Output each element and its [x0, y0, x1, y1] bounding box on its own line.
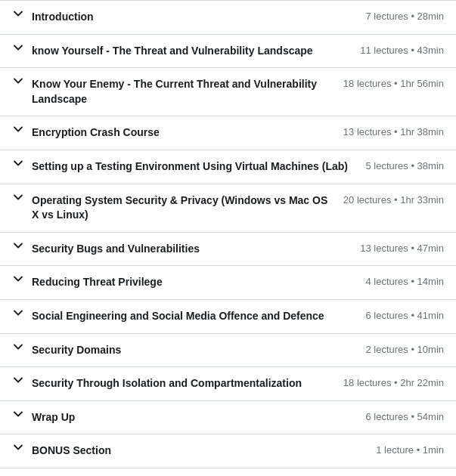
section-item-bonus-section[interactable]: BONUS Section1 lecture • 1min [0, 434, 456, 468]
section-title: know Yourself - The Threat and Vulnerabi… [32, 44, 313, 59]
chevron-down-icon [12, 344, 24, 350]
section-item-os-security[interactable]: Operating System Security & Privacy (Win… [0, 184, 456, 233]
section-title: Introduction [32, 10, 94, 25]
chevron-down-icon [12, 444, 24, 450]
section-meta: 11 lectures • 43min [360, 44, 444, 56]
section-meta: 1 lecture • 1min [376, 444, 444, 456]
section-meta: 6 lectures • 54min [365, 410, 444, 422]
chevron-down-icon [12, 11, 24, 17]
section-meta: 20 lectures • 1hr 33min [343, 193, 444, 206]
section-item-know-yourself[interactable]: know Yourself - The Threat and Vulnerabi… [0, 35, 456, 69]
section-item-security-domains[interactable]: Security Domains2 lectures • 10min [0, 334, 456, 368]
chevron-down-icon [12, 377, 24, 383]
chevron-down-icon [12, 160, 24, 166]
section-title: Encryption Crash Course [32, 125, 160, 141]
section-title: Security Bugs and Vulnerabilities [32, 242, 200, 257]
section-meta: 13 lectures • 1hr 38min [343, 125, 444, 138]
section-item-encryption-crash-course[interactable]: Encryption Crash Course13 lectures • 1hr… [0, 116, 456, 150]
section-title: Social Engineering and Social Media Offe… [32, 309, 324, 324]
chevron-down-icon [12, 411, 24, 417]
section-meta: 18 lectures • 2hr 22min [343, 376, 444, 388]
section-title: Security Domains [32, 343, 121, 358]
section-item-testing-environment[interactable]: Setting up a Testing Environment Using V… [0, 150, 456, 184]
section-meta: 2 lectures • 10min [365, 343, 444, 355]
chevron-down-icon [12, 126, 24, 132]
section-title: Wrap Up [32, 410, 75, 425]
section-item-reducing-threat[interactable]: Reducing Threat Privilege4 lectures • 14… [0, 266, 456, 300]
section-item-security-bugs[interactable]: Security Bugs and Vulnerabilities13 lect… [0, 233, 456, 267]
section-title: Reducing Threat Privilege [32, 275, 163, 290]
chevron-down-icon [12, 78, 24, 84]
section-meta: 5 lectures • 38min [365, 159, 444, 172]
section-item-social-engineering[interactable]: Social Engineering and Social Media Offe… [0, 300, 456, 334]
chevron-down-icon [12, 310, 24, 316]
section-title: BONUS Section [32, 444, 111, 459]
section-item-wrap-up[interactable]: Wrap Up6 lectures • 54min [0, 401, 456, 435]
section-meta: 18 lectures • 1hr 56min [343, 77, 444, 89]
section-item-introduction[interactable]: Introduction7 lectures • 28min [0, 0, 456, 35]
section-title: Know Your Enemy - The Current Threat and… [32, 77, 331, 107]
section-meta: 6 lectures • 41min [365, 309, 444, 321]
chevron-down-icon [12, 194, 24, 200]
course-section-list: Introduction7 lectures • 28minknow Yours… [0, 0, 456, 468]
chevron-down-icon [12, 243, 24, 249]
section-meta: 13 lectures • 47min [360, 242, 444, 254]
section-meta: 4 lectures • 14min [365, 275, 444, 287]
section-item-know-your-enemy[interactable]: Know Your Enemy - The Current Threat and… [0, 68, 456, 116]
chevron-down-icon [12, 276, 24, 282]
section-title: Operating System Security & Privacy (Win… [32, 193, 331, 223]
section-meta: 7 lectures • 28min [365, 10, 444, 22]
section-title: Security Through Isolation and Compartme… [32, 376, 302, 391]
section-title: Setting up a Testing Environment Using V… [32, 159, 348, 175]
chevron-down-icon [12, 45, 24, 51]
section-item-security-isolation[interactable]: Security Through Isolation and Compartme… [0, 367, 456, 401]
